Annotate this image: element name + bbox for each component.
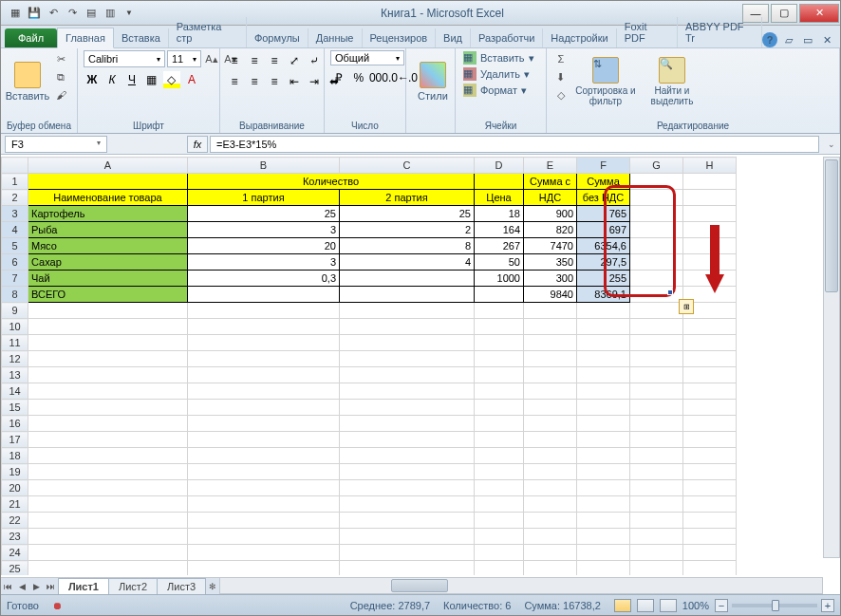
cell-G13[interactable]: [630, 367, 683, 383]
cell-D15[interactable]: [475, 400, 524, 416]
cut-icon[interactable]: ✂: [52, 50, 69, 67]
cell-E16[interactable]: [524, 416, 577, 432]
cell-A13[interactable]: [28, 367, 188, 383]
cell-B12[interactable]: [188, 351, 340, 367]
row-header-19[interactable]: 19: [2, 464, 28, 480]
cell-C18[interactable]: [340, 448, 475, 464]
cell-D20[interactable]: [475, 480, 524, 496]
cell-E11[interactable]: [524, 335, 577, 351]
cell-F20[interactable]: [577, 480, 630, 496]
cell-H14[interactable]: [683, 383, 737, 400]
sheet-nav-prev-icon[interactable]: ◀: [15, 579, 29, 594]
row-header-20[interactable]: 20: [2, 480, 28, 496]
qat-dropdown-icon[interactable]: ▼: [121, 5, 138, 22]
cell-D10[interactable]: [475, 319, 524, 335]
cell-F12[interactable]: [577, 351, 630, 367]
cell-D4[interactable]: 164: [475, 222, 524, 238]
col-header-D[interactable]: D: [475, 158, 524, 174]
cell-A4[interactable]: Рыба: [28, 222, 188, 238]
cell-A17[interactable]: [28, 432, 188, 448]
cell-C16[interactable]: [340, 416, 475, 432]
cell-E21[interactable]: [524, 496, 577, 513]
worksheet-grid[interactable]: ABCDEFGH1КоличествоСумма сСумма2Наименов…: [1, 157, 840, 575]
cell-F3[interactable]: 765: [577, 206, 630, 222]
tab-insert[interactable]: Вставка: [114, 28, 169, 47]
fx-button[interactable]: fx: [187, 136, 208, 153]
cell-D22[interactable]: [475, 513, 524, 529]
zoom-out-button[interactable]: −: [715, 599, 728, 612]
row-header-17[interactable]: 17: [2, 432, 28, 448]
cell-G25[interactable]: [630, 561, 683, 576]
cell-H25[interactable]: [683, 561, 737, 576]
tab-foxit[interactable]: Foxit PDF: [617, 17, 678, 47]
sheet-tab-2[interactable]: Лист2: [108, 578, 158, 594]
help-icon[interactable]: ?: [762, 32, 777, 47]
sort-filter-button[interactable]: ⇅ Сортировка и фильтр: [573, 50, 638, 113]
cell-H22[interactable]: [683, 513, 737, 529]
cell-B23[interactable]: [188, 529, 340, 545]
cell-F14[interactable]: [577, 383, 630, 400]
cell-A18[interactable]: [28, 448, 188, 464]
redo-icon[interactable]: ↷: [64, 5, 81, 22]
cell-G24[interactable]: [630, 545, 683, 561]
save-icon[interactable]: 💾: [26, 5, 43, 22]
col-header-B[interactable]: B: [188, 158, 340, 174]
cell-H12[interactable]: [683, 351, 737, 367]
cell-A23[interactable]: [28, 529, 188, 545]
cell-H13[interactable]: [683, 367, 737, 383]
copy-icon[interactable]: ⧉: [52, 68, 69, 85]
cell-E6[interactable]: 350: [524, 254, 577, 271]
cell-H3[interactable]: [683, 206, 737, 222]
cell-D25[interactable]: [475, 561, 524, 576]
cell-B13[interactable]: [188, 367, 340, 383]
cell-E19[interactable]: [524, 464, 577, 480]
cell-E13[interactable]: [524, 367, 577, 383]
cell-H1[interactable]: [683, 174, 737, 190]
row-header-15[interactable]: 15: [2, 400, 28, 416]
cell-A22[interactable]: [28, 513, 188, 529]
cell-H24[interactable]: [683, 545, 737, 561]
row-header-16[interactable]: 16: [2, 416, 28, 432]
cell-F13[interactable]: [577, 367, 630, 383]
tab-formulas[interactable]: Формулы: [247, 28, 308, 47]
wrap-text-icon[interactable]: ⤶: [306, 52, 323, 69]
cell-C4[interactable]: 2: [340, 222, 475, 238]
cell-B20[interactable]: [188, 480, 340, 496]
cell-A6[interactable]: Сахар: [28, 254, 188, 271]
cell-D6[interactable]: 50: [475, 254, 524, 271]
tab-data[interactable]: Данные: [308, 28, 363, 47]
cell-A25[interactable]: [28, 561, 188, 576]
undo-icon[interactable]: ↶: [45, 5, 62, 22]
col-header-A[interactable]: A: [28, 158, 188, 174]
cell-D16[interactable]: [475, 416, 524, 432]
row-header-25[interactable]: 25: [2, 561, 28, 576]
autofill-options-button[interactable]: ⊞: [679, 299, 694, 314]
cell-G9[interactable]: [630, 303, 683, 319]
paste-button[interactable]: Вставить: [7, 50, 48, 113]
close-workbook-icon[interactable]: ✕: [819, 32, 834, 47]
cell-B1[interactable]: Количество: [188, 174, 475, 190]
cell-C12[interactable]: [340, 351, 475, 367]
qat-btn-1[interactable]: ▤: [83, 5, 100, 22]
cell-C21[interactable]: [340, 496, 475, 513]
cell-B14[interactable]: [188, 383, 340, 400]
insert-cells-button[interactable]: ▦Вставить ▾: [461, 50, 536, 65]
cell-G18[interactable]: [630, 448, 683, 464]
cell-A24[interactable]: [28, 545, 188, 561]
row-header-2[interactable]: 2: [2, 190, 28, 206]
cell-G17[interactable]: [630, 432, 683, 448]
zoom-level[interactable]: 100%: [682, 600, 709, 611]
cell-G5[interactable]: [630, 238, 683, 254]
formula-input[interactable]: =E3-E3*15%: [210, 136, 819, 153]
cell-D1[interactable]: [475, 174, 524, 190]
cell-E7[interactable]: 300: [524, 271, 577, 287]
underline-button[interactable]: Ч: [123, 71, 140, 88]
cell-C8[interactable]: [340, 287, 475, 303]
cell-B3[interactable]: 25: [188, 206, 340, 222]
sheet-nav-first-icon[interactable]: ⏮: [1, 579, 15, 594]
cell-E22[interactable]: [524, 513, 577, 529]
cell-G7[interactable]: [630, 271, 683, 287]
cell-D14[interactable]: [475, 383, 524, 400]
cell-H21[interactable]: [683, 496, 737, 513]
minimize-ribbon-icon[interactable]: ▱: [781, 32, 796, 47]
